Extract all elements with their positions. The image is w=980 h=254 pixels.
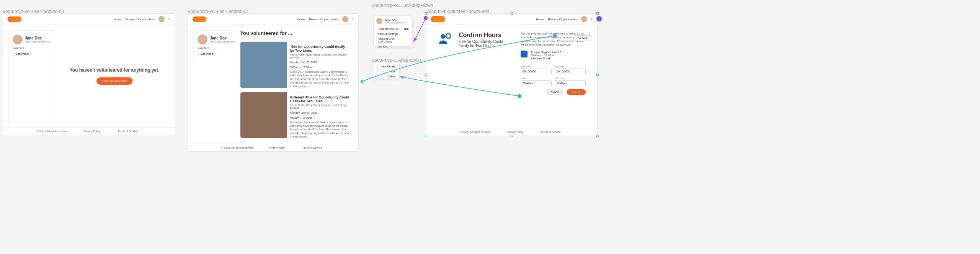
profile-role: Volunteer (13, 47, 24, 49)
start-date-input[interactable] (521, 69, 552, 74)
nav-home[interactable]: Home (536, 18, 544, 21)
opportunity-card: ⋯ Title for Opportunity Could Easily be … (240, 41, 353, 88)
card-time: 9:00am – 12:00pm (290, 116, 350, 119)
avatar[interactable] (342, 16, 348, 22)
selection-handle[interactable] (596, 12, 599, 15)
logo[interactable] (193, 16, 206, 22)
end-time-input[interactable] (555, 80, 586, 86)
footer-privacy[interactable]: Privacy Policy (83, 130, 100, 133)
flow-target-dot[interactable] (553, 34, 557, 38)
profile-name: Jane Doe (25, 36, 50, 40)
footer: © Yoop. All rights reserved. Privacy Pol… (426, 128, 597, 136)
artboard-landing-01: Home Browse Opportunities ▾ Jane Doe jan… (188, 13, 359, 152)
menu-edit[interactable]: Edit (376, 69, 397, 74)
end-date-input[interactable] (555, 69, 586, 74)
selection-handle[interactable] (425, 74, 427, 76)
end-date-label: End Date (555, 66, 586, 68)
selection-handle[interactable] (425, 135, 427, 137)
nav-browse[interactable]: Browse Opportunities (548, 18, 577, 21)
more-icon[interactable]: ⋯ (346, 44, 350, 48)
profile-card: Jane Doe jane.doe@gmail.com Volunteer Ed… (193, 30, 235, 60)
selection-handle[interactable] (596, 135, 599, 137)
confirm-hours-subtitle: Title for Opportunity Could Easily be Tw… (459, 39, 514, 48)
nav-browse[interactable]: Browse Opportunities (126, 18, 155, 21)
event-hours: 2 Hours Total (531, 57, 561, 60)
menu-volunteered-for[interactable]: I Volunteered For...2 (376, 26, 410, 31)
topnav: Home Browse Opportunities ▾ (426, 14, 597, 25)
end-time-label: End Time (555, 77, 586, 80)
topnav: Home Browse Opportunities ▾ (3, 14, 175, 25)
logo[interactable] (431, 16, 445, 22)
card-title: Title for Opportunity Could Easily be Tw… (290, 45, 350, 52)
find-opportunities-button[interactable]: Find Opportunities (96, 77, 132, 85)
add-connection-button[interactable]: + (596, 16, 602, 21)
footer-copyright: © Yoop. All rights reserved. (37, 130, 69, 133)
avatar[interactable] (581, 16, 587, 22)
empty-message: You haven't volunteered for anything yet… (70, 67, 160, 73)
avatar[interactable] (158, 16, 165, 22)
dropdown-user-name: Jane Doe (385, 19, 406, 21)
clock-user-icon (438, 32, 452, 46)
edit-profile-button[interactable]: Edit Profile (13, 52, 32, 56)
svg-point-0 (441, 34, 446, 39)
card-image (240, 92, 287, 138)
submit-button[interactable]: Submit (567, 89, 586, 95)
start-date-label: Start Date (521, 66, 552, 68)
footer: © Yoop. All rights reserved. Privacy Pol… (188, 144, 358, 151)
artboard-label-popa: yoop-mvp-vol...unt-drop-down (372, 3, 433, 8)
chevron-down-icon[interactable]: ▾ (168, 18, 170, 21)
menu-logout[interactable]: Log Out (376, 44, 410, 49)
flow-target-dot[interactable] (518, 94, 521, 98)
card-date: Monday, July 21, 2020 (290, 61, 350, 64)
menu-view-details[interactable]: View Details (376, 64, 397, 69)
selection-handle[interactable] (596, 74, 599, 76)
selection-handle[interactable] (425, 12, 427, 15)
dropdown-user-email: jane.doe@gmail.com (385, 21, 406, 24)
selection-handle[interactable] (511, 135, 513, 137)
card-date: Monday, July 21, 2020 (290, 111, 350, 114)
footer-privacy[interactable]: Privacy Policy (268, 146, 285, 149)
card-time: 9:00am – 12:00pm (290, 66, 350, 69)
card-image (240, 42, 287, 88)
profile-name: Jane Doe (210, 36, 235, 40)
footer-terms[interactable]: Terms of Service (541, 131, 561, 133)
event-date: Friday, September 15 (531, 51, 561, 54)
nav-home[interactable]: Home (297, 18, 305, 21)
card-description: Go to Deli, Produce and Bakery Departmen… (290, 121, 350, 139)
start-time-input[interactable] (521, 80, 552, 86)
chevron-down-icon[interactable]: ▾ (591, 18, 593, 21)
footer: © Yoop. All rights reserved. Privacy Pol… (3, 127, 175, 135)
flow-source-dot[interactable] (424, 16, 428, 20)
card-subtitle: Harris Teeter (East Gate) (produce, deli… (290, 104, 350, 109)
profile-email: jane.doe@gmail.com (25, 40, 50, 43)
edit-profile-button[interactable]: Edit Profile (198, 52, 217, 56)
logo[interactable] (8, 16, 21, 22)
footer-terms[interactable]: Terms of Service (118, 130, 138, 133)
profile-email: jane.doe@gmail.com (210, 40, 235, 43)
selection-handle[interactable] (511, 12, 513, 15)
avatar (376, 18, 382, 24)
go-back-button[interactable]: Go Back (574, 35, 591, 41)
footer-privacy[interactable]: Privacy Policy (506, 131, 523, 133)
page-title: You volunteered for ... (240, 30, 353, 36)
menu-delete[interactable]: Delete (376, 74, 397, 79)
card-action-dropdown: View Details Edit Delete (373, 62, 399, 79)
card-description: Go to Deli, Produce and Bakery Departmen… (290, 70, 350, 88)
confirm-hours-heading: Confirm Hours (459, 32, 514, 39)
svg-point-1 (446, 34, 451, 38)
footer-terms[interactable]: Terms of Service (302, 146, 322, 149)
artboard-landing-00: Home Browse Opportunities ▾ Jane Doe jan… (3, 13, 175, 135)
start-time-label: Start (521, 77, 552, 80)
more-icon[interactable]: ⋯ (346, 95, 350, 99)
avatar (13, 34, 23, 44)
chevron-down-icon[interactable]: ▾ (352, 18, 354, 21)
nav-home[interactable]: Home (113, 18, 121, 21)
nav-browse[interactable]: Browse Opportunities (309, 18, 338, 21)
card-title: Different Title for Opportunity Could Ea… (290, 95, 350, 103)
cancel-button[interactable]: Cancel (546, 89, 564, 95)
menu-request-coordinator[interactable]: Request to be Coordinator (376, 36, 410, 44)
card-subtitle: Harris Teeter (East Gate) (produce, deli… (290, 53, 350, 59)
avatar (198, 34, 207, 44)
footer-copyright: © Yoop. All rights reserved. (221, 146, 253, 149)
menu-account-settings[interactable]: Account Settings (376, 31, 410, 36)
